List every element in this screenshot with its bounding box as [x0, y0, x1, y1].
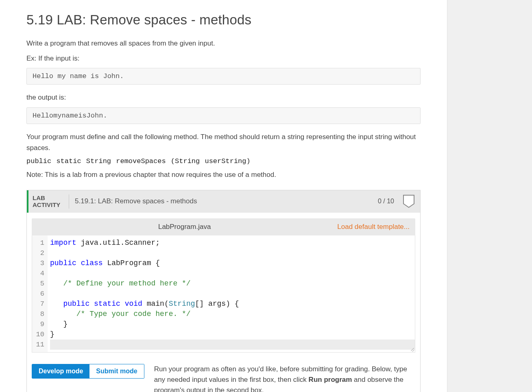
example-input-box: Hello my name is John.	[26, 68, 421, 85]
instructions-intro: Write a program that removes all spaces …	[26, 38, 421, 49]
line-number: 1	[34, 238, 44, 248]
lab-page: 5.19 LAB: Remove spaces - methods Write …	[0, 0, 447, 392]
mode-help-bold: Run program	[309, 376, 352, 383]
line-number: 7	[34, 299, 44, 309]
page-title: 5.19 LAB: Remove spaces - methods	[26, 12, 421, 28]
score-badge-icon	[403, 195, 414, 208]
file-tab-name: LabProgram.java	[32, 223, 337, 231]
line-number: 8	[34, 309, 44, 319]
line-number: 2	[34, 248, 44, 258]
activity-badge-line2: ACTIVITY	[33, 201, 64, 208]
line-number: 9	[34, 319, 44, 329]
method-signature: public static String removeSpaces (Strin…	[26, 157, 421, 165]
code-line[interactable]: public class LabProgram {	[50, 258, 415, 268]
line-number: 11	[34, 340, 44, 350]
code-line[interactable]: }	[50, 319, 415, 329]
develop-mode-button[interactable]: Develop mode	[32, 364, 89, 378]
code-lines[interactable]: import java.util.Scanner; public class L…	[48, 235, 415, 352]
code-line[interactable]: /* Define your method here */	[50, 279, 415, 289]
line-number: 4	[34, 268, 44, 279]
activity-score: 0 / 10	[378, 198, 394, 205]
code-editor[interactable]: 1234567891011 import java.util.Scanner; …	[32, 235, 415, 353]
resize-handle[interactable]	[408, 346, 414, 351]
activity-badge: LAB ACTIVITY	[33, 194, 69, 209]
line-number: 10	[34, 329, 44, 340]
activity-title: 5.19.1: LAB: Remove spaces - methods	[75, 197, 372, 205]
line-number: 3	[34, 258, 44, 268]
example-output-label: the output is:	[26, 92, 421, 103]
submit-mode-button[interactable]: Submit mode	[89, 364, 144, 378]
mode-row: Develop mode Submit mode Run your progra…	[32, 364, 415, 392]
lab-activity-panel: LAB ACTIVITY 5.19.1: LAB: Remove spaces …	[26, 190, 421, 392]
activity-header: LAB ACTIVITY 5.19.1: LAB: Remove spaces …	[27, 190, 420, 213]
line-number-gutter: 1234567891011	[32, 235, 48, 352]
code-line[interactable]	[50, 248, 415, 258]
line-number: 6	[34, 289, 44, 299]
code-line[interactable]	[50, 340, 415, 350]
code-line[interactable]: }	[50, 329, 415, 340]
instructions-define-call: Your program must define and call the fo…	[26, 131, 421, 153]
load-default-template-link[interactable]: Load default template...	[337, 223, 415, 231]
mode-buttons: Develop mode Submit mode	[32, 364, 144, 379]
code-line[interactable]: /* Type your code here. */	[50, 309, 415, 319]
mode-help-text: Run your program as often as you'd like,…	[154, 364, 415, 392]
code-line[interactable]	[50, 268, 415, 279]
example-output-box: HellomynameisJohn.	[26, 107, 421, 124]
code-line[interactable]: public static void main(String[] args) {	[50, 299, 415, 309]
code-line[interactable]: import java.util.Scanner;	[50, 238, 415, 248]
activity-badge-line1: LAB	[33, 194, 64, 201]
line-number: 5	[34, 279, 44, 289]
code-line[interactable]	[50, 289, 415, 299]
instructions-note: Note: This is a lab from a previous chap…	[26, 169, 421, 180]
file-tab-row: LabProgram.java Load default template...	[32, 218, 415, 235]
example-input-label: Ex: If the input is:	[26, 53, 421, 64]
